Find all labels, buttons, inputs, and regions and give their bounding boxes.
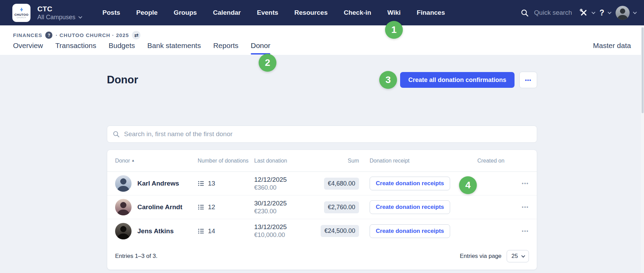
column-header-donation-receipt[interactable]: Donation receipt — [359, 158, 462, 164]
per-page-label: Entries via page — [460, 253, 501, 260]
table-header-row: Donor▲ Number of donations Last donation… — [107, 150, 537, 172]
help-icon: ? — [599, 8, 604, 17]
help-menu[interactable]: ? — [599, 8, 610, 17]
donation-count: 14 — [208, 227, 215, 235]
chevron-down-icon — [633, 10, 637, 14]
create-donation-receipts-button[interactable]: Create donation receipts — [370, 224, 450, 238]
entries-count-label: Entries 1–3 of 3. — [115, 253, 158, 260]
donor-search-bar — [107, 126, 537, 143]
master-data-link[interactable]: Master data — [593, 41, 631, 50]
nav-item-events[interactable]: Events — [257, 9, 278, 16]
donor-name[interactable]: Karl Andrews — [137, 180, 179, 187]
annotation-badge-1: 1 — [385, 21, 403, 39]
chevron-down-icon — [592, 10, 595, 14]
annotation-badge-4: 4 — [459, 176, 477, 194]
user-avatar — [616, 6, 630, 20]
create-donation-receipts-button[interactable]: Create donation receipts — [370, 177, 450, 190]
nav-item-finances[interactable]: Finances — [417, 9, 445, 16]
top-navigation-bar: CHUTOO CHURCH CTC All Campuses Posts Peo… — [0, 0, 644, 25]
nav-item-groups[interactable]: Groups — [174, 9, 197, 16]
finances-subheader: FINANCES ? · CHUTOO CHURCH · 2025 ⇄ Over… — [0, 25, 644, 55]
table-row: Caroline Arndt 12 30/12/2025 €230.00 €2,… — [107, 195, 537, 219]
tab-budgets[interactable]: Budgets — [109, 41, 135, 55]
sum-badge: €24,500.00 — [321, 225, 359, 237]
nav-item-resources[interactable]: Resources — [294, 9, 327, 16]
donor-avatar — [115, 223, 132, 239]
breadcrumb: FINANCES ? · CHUTOO CHURCH · 2025 ⇄ — [13, 31, 631, 39]
list-icon — [198, 204, 205, 211]
last-donation-date: 13/12/2025 — [254, 223, 314, 231]
tab-overview[interactable]: Overview — [13, 41, 43, 55]
donor-name[interactable]: Caroline Arndt — [137, 203, 182, 211]
annotation-badge-3: 3 — [379, 71, 397, 89]
donation-count: 13 — [208, 180, 215, 187]
vertical-scrollbar[interactable] — [641, 25, 644, 273]
row-more-actions-icon[interactable]: ••• — [520, 228, 529, 234]
column-header-number-of-donations[interactable]: Number of donations — [198, 158, 254, 164]
chevron-down-icon — [78, 15, 82, 19]
scrollbar-thumb[interactable] — [642, 27, 644, 113]
last-donation-amount: €230.00 — [254, 208, 314, 215]
annotation-badge-2: 2 — [259, 54, 276, 72]
last-donation-date: 30/12/2025 — [254, 200, 314, 207]
tab-transactions[interactable]: Transactions — [55, 41, 96, 55]
table-row: Jens Atkins 14 13/12/2025 €10,000.00 €24… — [107, 219, 537, 243]
app-logo[interactable]: CHUTOO CHURCH — [12, 4, 30, 22]
admin-tools-menu[interactable] — [579, 8, 594, 17]
campus-label: All Campuses — [37, 14, 75, 21]
tab-bank-statements[interactable]: Bank statements — [147, 41, 201, 55]
column-header-donor[interactable]: Donor▲ — [115, 158, 198, 164]
chevron-down-icon — [608, 10, 611, 14]
logo-text: CHUTOO — [14, 13, 28, 16]
switch-context-icon[interactable]: ⇄ — [132, 31, 140, 39]
list-icon — [198, 180, 205, 187]
last-donation-date: 12/12/2025 — [254, 176, 314, 183]
nav-item-people[interactable]: People — [136, 9, 158, 16]
sort-asc-icon: ▲ — [132, 158, 135, 162]
last-donation-amount: €10,000.00 — [254, 232, 314, 239]
donor-page: Donor Create all donation confirmations … — [0, 71, 644, 270]
donation-count: 12 — [208, 203, 215, 211]
finances-tabs: Overview Transactions Budgets Bank state… — [13, 41, 631, 57]
donor-table: Donor▲ Number of donations Last donation… — [107, 150, 537, 270]
donor-name[interactable]: Jens Atkins — [137, 227, 174, 235]
module-help-icon[interactable]: ? — [45, 32, 52, 39]
campus-selector[interactable]: CTC All Campuses — [37, 5, 81, 21]
tools-icon — [579, 8, 588, 17]
row-more-actions-icon[interactable]: ••• — [520, 204, 529, 210]
column-header-created-on[interactable]: Created on — [462, 158, 520, 164]
donor-search-input[interactable] — [124, 130, 532, 138]
logo-cross-icon — [19, 7, 24, 13]
last-donation-amount: €360.00 — [254, 184, 314, 191]
nav-item-calendar[interactable]: Calendar — [213, 9, 241, 16]
nav-item-wiki[interactable]: Wiki — [387, 9, 401, 16]
page-more-actions-button[interactable]: ••• — [519, 72, 537, 88]
table-footer: Entries 1–3 of 3. Entries via page 25 — [107, 243, 537, 270]
org-name: CTC — [37, 5, 81, 13]
sum-badge: €2,760.00 — [324, 201, 359, 213]
create-donation-receipts-button[interactable]: Create donation receipts — [370, 200, 450, 214]
tab-reports[interactable]: Reports — [213, 41, 238, 55]
column-header-last-donation[interactable]: Last donation — [254, 158, 314, 164]
module-label: FINANCES — [13, 32, 42, 38]
chevron-down-icon — [521, 254, 525, 258]
search-icon — [112, 130, 120, 138]
sum-badge: €4,680.00 — [324, 178, 359, 190]
context-label: · CHUTOO CHURCH · 2025 — [55, 32, 129, 38]
quick-search-label[interactable]: Quick search — [534, 9, 572, 16]
nav-item-posts[interactable]: Posts — [102, 9, 120, 16]
nav-item-checkin[interactable]: Check-in — [344, 9, 371, 16]
donor-avatar — [115, 199, 132, 215]
list-icon — [198, 228, 205, 235]
logo-subtext: CHURCH — [17, 16, 26, 19]
per-page-select[interactable]: 25 — [507, 250, 529, 262]
user-menu[interactable] — [616, 6, 636, 20]
donor-avatar — [115, 175, 132, 192]
column-header-sum[interactable]: Sum — [314, 158, 359, 164]
main-nav: Posts People Groups Calendar Events Reso… — [102, 9, 445, 16]
search-icon[interactable] — [520, 9, 529, 17]
row-more-actions-icon[interactable]: ••• — [520, 181, 529, 186]
tab-donor[interactable]: Donor — [251, 41, 270, 55]
topbar-right-cluster: Quick search ? — [520, 6, 636, 20]
create-all-donation-confirmations-button[interactable]: Create all donation confirmations — [400, 72, 515, 88]
